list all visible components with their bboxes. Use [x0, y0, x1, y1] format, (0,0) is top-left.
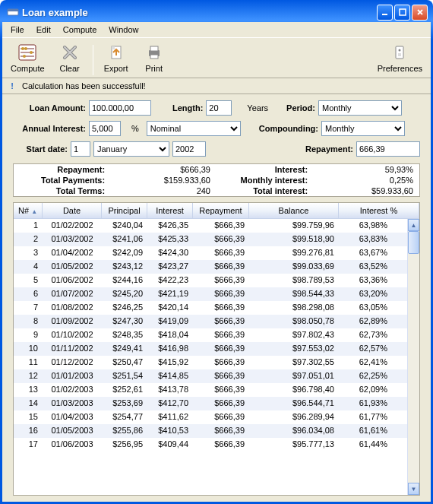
- toolbar-print-button[interactable]: Print: [137, 40, 171, 75]
- table-cell: $666,39: [193, 438, 249, 452]
- table-row[interactable]: 601/07/2002$245,20$421,19$666,39$98.544,…: [14, 287, 407, 301]
- table-row[interactable]: 901/10/2002$248,35$418,04$666,39$97.802,…: [14, 328, 407, 342]
- grid-header-balance[interactable]: Balance: [249, 203, 339, 218]
- table-cell: $240,04: [102, 219, 147, 233]
- vertical-scrollbar[interactable]: ▲ ▼: [407, 219, 419, 495]
- table-row[interactable]: 1401/03/2003$253,69$412,70$666,39$96.544…: [14, 397, 407, 410]
- table-cell: $414,85: [147, 369, 193, 383]
- table-row[interactable]: 1501/04/2003$254,77$411,62$666,39$96.289…: [14, 410, 407, 424]
- scroll-up-button[interactable]: ▲: [408, 219, 419, 231]
- table-cell: $666,39: [193, 315, 249, 328]
- table-cell: $666,39: [193, 287, 249, 301]
- scroll-track[interactable]: [408, 231, 419, 483]
- toolbar-separator: [93, 45, 93, 75]
- summary-total-payments-value: $159.933,60: [111, 175, 216, 185]
- menu-file[interactable]: File: [5, 24, 30, 36]
- grid-header-date[interactable]: Date: [43, 203, 102, 218]
- start-year-input[interactable]: [172, 141, 206, 157]
- table-cell: 01/01/2003: [43, 369, 102, 383]
- table-cell: 01/02/2002: [43, 219, 102, 233]
- table-cell: 16: [14, 424, 43, 438]
- svg-point-8: [21, 47, 24, 50]
- info-icon: !: [7, 81, 17, 91]
- table-row[interactable]: 1101/12/2002$250,47$415,92$666,39$97.302…: [14, 356, 407, 369]
- grid-header-principal[interactable]: Principal: [102, 203, 147, 218]
- table-cell: 62,89%: [339, 315, 392, 328]
- menubar: File Edit Compute Window: [2, 22, 431, 37]
- menu-edit[interactable]: Edit: [31, 24, 56, 36]
- summary-panel: Repayment: $666,39 Interest: 59,93% Tota…: [13, 163, 420, 197]
- start-day-input[interactable]: [71, 141, 90, 157]
- table-cell: 01/10/2002: [43, 328, 102, 342]
- table-cell: $98.544,33: [249, 287, 339, 301]
- toolbar-prefs-button[interactable]: Preferences: [374, 40, 426, 75]
- repayment-label: Repayment:: [305, 144, 353, 154]
- sort-asc-icon: ▲: [31, 208, 37, 215]
- repayment-input[interactable]: [356, 141, 420, 157]
- table-cell: $256,95: [102, 438, 147, 452]
- table-cell: 01/07/2002: [43, 287, 102, 301]
- scroll-down-button[interactable]: ▼: [408, 483, 419, 495]
- grid-header-n[interactable]: N# ▲: [14, 203, 43, 218]
- table-row[interactable]: 401/05/2002$243,12$423,27$666,39$99.033,…: [14, 260, 407, 274]
- grid-header-interestpct[interactable]: Interest %: [339, 203, 419, 218]
- table-row[interactable]: 1701/06/2003$256,95$409,44$666,39$95.777…: [14, 438, 407, 452]
- table-row[interactable]: 1001/11/2002$249,41$416,98$666,39$97.553…: [14, 342, 407, 356]
- table-cell: 63,36%: [339, 274, 392, 287]
- table-row[interactable]: 801/09/2002$247,30$419,09$666,39$98.050,…: [14, 315, 407, 328]
- maximize-button[interactable]: [394, 5, 410, 21]
- length-input[interactable]: [206, 100, 232, 116]
- titlebar[interactable]: Loan example: [2, 2, 431, 22]
- loan-amount-input[interactable]: [89, 100, 151, 116]
- table-cell: 63,52%: [339, 260, 392, 274]
- app-icon: [7, 6, 19, 18]
- table-cell: $425,33: [147, 233, 193, 246]
- table-cell: 62,09%: [339, 383, 392, 397]
- table-row[interactable]: 701/08/2002$246,25$420,14$666,39$98.298,…: [14, 301, 407, 315]
- table-cell: $255,86: [102, 424, 147, 438]
- table-cell: 3: [14, 246, 43, 260]
- table-cell: $245,20: [102, 287, 147, 301]
- compounding-select[interactable]: Monthly: [321, 121, 405, 136]
- table-cell: 2: [14, 233, 43, 246]
- menu-compute[interactable]: Compute: [58, 24, 103, 36]
- minimize-button[interactable]: [377, 5, 393, 21]
- table-cell: 17: [14, 438, 43, 452]
- table-cell: $420,14: [147, 301, 193, 315]
- table-cell: $97.051,01: [249, 369, 339, 383]
- table-cell: $666,39: [193, 410, 249, 424]
- table-row[interactable]: 1301/02/2003$252,61$413,78$666,39$96.798…: [14, 383, 407, 397]
- table-cell: $250,47: [102, 356, 147, 369]
- table-row[interactable]: 101/02/2002$240,04$426,35$666,39$99.759,…: [14, 219, 407, 233]
- table-cell: $99.759,96: [249, 219, 339, 233]
- table-row[interactable]: 201/03/2002$241,06$425,33$666,39$99.518,…: [14, 233, 407, 246]
- window-title: Loan example: [22, 7, 88, 18]
- table-row[interactable]: 301/04/2002$242,09$424,30$666,39$99.276,…: [14, 246, 407, 260]
- annual-interest-input[interactable]: [89, 121, 121, 136]
- table-cell: 01/06/2003: [43, 438, 102, 452]
- table-row[interactable]: 501/06/2002$244,16$422,23$666,39$98.789,…: [14, 274, 407, 287]
- menu-window[interactable]: Window: [103, 24, 144, 36]
- scroll-thumb[interactable]: [408, 231, 419, 254]
- toolbar-clear-button[interactable]: Clear: [53, 40, 87, 75]
- svg-rect-16: [396, 46, 403, 59]
- svg-point-10: [30, 51, 33, 54]
- period-select[interactable]: Monthly: [318, 100, 402, 116]
- grid-header-repayment[interactable]: Repayment: [193, 203, 249, 218]
- table-row[interactable]: 1201/01/2003$251,54$414,85$666,39$97.051…: [14, 369, 407, 383]
- interest-type-select[interactable]: Nominal: [147, 121, 241, 136]
- close-button[interactable]: [412, 5, 428, 21]
- grid-body: 101/02/2002$240,04$426,35$666,39$99.759,…: [14, 219, 407, 495]
- grid-header-interest[interactable]: Interest: [147, 203, 193, 218]
- table-cell: $98.298,08: [249, 301, 339, 315]
- svg-rect-3: [400, 9, 406, 15]
- years-label: Years: [247, 103, 268, 113]
- toolbar-compute-button[interactable]: Compute: [7, 40, 49, 75]
- summary-total-payments-label: Total Payments:: [14, 175, 111, 185]
- table-cell: 63,05%: [339, 301, 392, 315]
- start-month-select[interactable]: January: [93, 141, 169, 157]
- table-cell: 61,93%: [339, 397, 392, 410]
- toolbar-clear-label: Clear: [59, 64, 79, 73]
- table-row[interactable]: 1601/05/2003$255,86$410,53$666,39$96.034…: [14, 424, 407, 438]
- toolbar-export-button[interactable]: Export: [100, 40, 133, 75]
